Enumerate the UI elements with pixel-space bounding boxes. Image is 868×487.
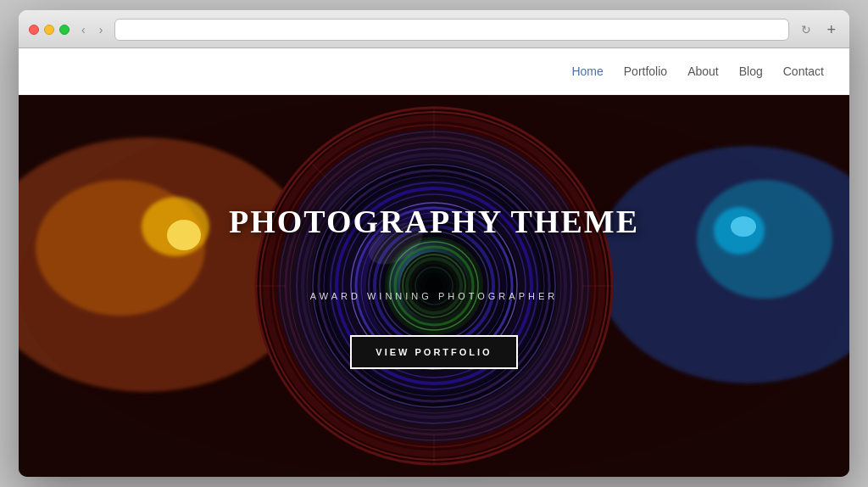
nav-link-contact[interactable]: Contact xyxy=(783,64,824,78)
close-button[interactable] xyxy=(29,25,39,35)
forward-button[interactable]: › xyxy=(94,21,108,38)
nav-links: Home Portfolio About Blog Contact xyxy=(571,64,824,79)
traffic-lights xyxy=(29,25,70,35)
svg-point-56 xyxy=(731,216,756,237)
nav-link-blog[interactable]: Blog xyxy=(739,64,763,78)
nav-item-home[interactable]: Home xyxy=(571,64,603,79)
browser-nav-buttons: ‹ › xyxy=(76,21,108,38)
back-button[interactable]: ‹ xyxy=(76,21,91,38)
new-tab-button[interactable]: + xyxy=(823,22,839,37)
nav-link-portfolio[interactable]: Portfolio xyxy=(624,64,667,78)
website: Home Portfolio About Blog Contact xyxy=(19,48,849,477)
view-portfolio-button[interactable]: VIEW PORTFOLIO xyxy=(350,335,517,369)
browser-chrome: ‹ › ↻ + xyxy=(19,10,849,48)
hero-title: PHOTOGRAPHY THEME xyxy=(229,203,639,240)
address-bar[interactable] xyxy=(114,19,789,41)
nav-link-home[interactable]: Home xyxy=(571,64,603,78)
maximize-button[interactable] xyxy=(59,25,70,35)
nav-item-blog[interactable]: Blog xyxy=(739,64,763,79)
nav-item-about[interactable]: About xyxy=(687,64,719,79)
hero-section: PHOTOGRAPHY THEME AWARD WINNING PHOTOGRA… xyxy=(19,95,849,477)
nav-item-contact[interactable]: Contact xyxy=(783,64,824,79)
svg-point-54 xyxy=(167,220,201,250)
hero-subtitle: AWARD WINNING PHOTOGRAPHER xyxy=(310,291,558,301)
website-navbar: Home Portfolio About Blog Contact xyxy=(19,48,849,95)
nav-item-portfolio[interactable]: Portfolio xyxy=(624,64,667,79)
reload-button[interactable]: ↻ xyxy=(796,21,816,38)
minimize-button[interactable] xyxy=(44,25,54,35)
hero-content: PHOTOGRAPHY THEME AWARD WINNING PHOTOGRA… xyxy=(229,203,639,369)
nav-link-about[interactable]: About xyxy=(687,64,719,78)
browser-window: ‹ › ↻ + Home Portfolio About Blog xyxy=(19,10,849,477)
